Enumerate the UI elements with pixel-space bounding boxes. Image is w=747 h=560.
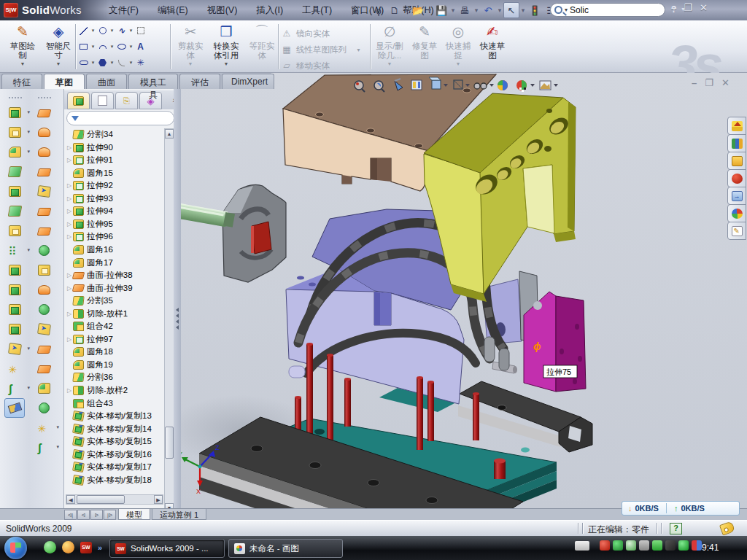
restore-button[interactable]: ❐ (684, 2, 692, 13)
tray-signal-green-icon[interactable] (652, 540, 662, 551)
tray-warning-grid-icon[interactable] (665, 540, 676, 551)
tree-item[interactable]: 实体-移动/复制17 (66, 461, 163, 473)
tool-ycube[interactable]: ▾ (4, 122, 25, 142)
expand-icon[interactable]: ▷ (66, 157, 73, 163)
tree-item[interactable]: 分割34 (66, 128, 163, 141)
taskpane-tab-design-library[interactable] (727, 134, 746, 152)
tool-star[interactable] (4, 359, 25, 378)
taskbar-button-solidworks[interactable]: SW SolidWorks 2009 - ... (109, 539, 225, 558)
close-button[interactable]: ✕ (700, 2, 708, 13)
expand-icon[interactable]: ▷ (66, 336, 73, 343)
taskpane-tab-solidworks-resources[interactable] (727, 117, 746, 135)
tray-shield-plus-icon[interactable] (678, 540, 689, 551)
messenger-icon[interactable] (44, 541, 56, 553)
menu-item[interactable]: 插入(I) (248, 1, 291, 20)
pin-icon[interactable]: ϙ (371, 2, 387, 18)
select-box-tool[interactable] (134, 25, 147, 36)
scrollbar-thumb[interactable] (165, 427, 174, 459)
traffic-light-icon[interactable]: 🚦 (527, 2, 543, 18)
tool-fillet[interactable] (34, 378, 54, 398)
doc-minimize-button[interactable]: – (692, 77, 697, 88)
line-tool[interactable] (77, 25, 90, 36)
ellipse-tool[interactable] (115, 41, 128, 52)
dropdown-icon[interactable]: ▼ (372, 61, 407, 66)
tree-item[interactable]: 分割35 (66, 295, 163, 307)
taskpane-tab-appearances[interactable] (727, 204, 746, 222)
tool-fillet[interactable]: ▾ (4, 142, 25, 162)
expand-icon[interactable]: ▷ (66, 233, 73, 240)
dropdown-icon[interactable]: ▾ (109, 44, 115, 50)
tree-item[interactable]: 圆角16 (66, 244, 163, 256)
expand-icon[interactable]: ▷ (66, 208, 73, 214)
dropdown-icon[interactable]: ▾ (496, 7, 503, 14)
tree-item[interactable]: ▷拉伸92 (66, 179, 163, 192)
dropdown-icon[interactable]: ▼ (356, 47, 361, 52)
doc-restore-button[interactable]: ❐ (705, 77, 713, 88)
nav-last[interactable]: |ᐅ (104, 510, 116, 520)
tray-security-red-icon[interactable] (600, 540, 610, 551)
tool-gcube[interactable] (4, 319, 25, 339)
taskpane-tab-file-explorer[interactable] (727, 152, 746, 170)
tree-item[interactable]: ▷拉伸90 (66, 141, 163, 154)
search-value[interactable]: Solic (570, 5, 589, 15)
tree-item[interactable]: 组合42 (66, 320, 163, 332)
dropdown-icon[interactable]: ▾ (90, 60, 96, 66)
tool-squig[interactable]: ▾ (4, 378, 25, 398)
dropdown-icon[interactable]: ▾ (473, 7, 480, 14)
tool-gsheet[interactable] (4, 162, 25, 182)
expand-icon[interactable]: ▷ (66, 221, 73, 228)
rectangle-tool[interactable] (77, 41, 90, 52)
tool-dots[interactable]: ▾ (4, 241, 25, 260)
tree-item[interactable]: 实体-移动/复制13 (66, 410, 163, 422)
chevron-icon[interactable]: » (98, 543, 102, 552)
tool-gcube[interactable] (4, 300, 25, 319)
tray-volume-icon[interactable] (639, 540, 649, 551)
dropdown-icon[interactable]: ▼ (6, 61, 39, 66)
dropdown-icon[interactable]: ▾ (109, 28, 115, 34)
tree-item[interactable]: ▷曲面-拉伸39 (66, 282, 163, 295)
tree-item[interactable]: 圆角15 (66, 167, 163, 179)
menu-item[interactable]: 编辑(E) (150, 1, 196, 20)
nav-next[interactable]: ᐅ (90, 510, 103, 520)
tree-item[interactable]: ▷拉伸94 (66, 205, 163, 217)
tray-sync-blue-icon[interactable] (692, 540, 702, 551)
taskpane-tab-custom-properties[interactable] (727, 222, 746, 240)
keyboard-icon[interactable] (575, 541, 589, 551)
cmd-mirror-entities[interactable]: ⚠镜向实体 (281, 26, 368, 42)
search-dropdown-icon[interactable]: ▾ (565, 7, 568, 13)
panel-tab-configuration-manager[interactable]: ⎘ (115, 92, 138, 109)
tool-orange[interactable] (34, 221, 54, 241)
tool-orange[interactable] (34, 359, 54, 378)
expand-icon[interactable]: ▷ (66, 182, 73, 189)
cmd-linear-pattern[interactable]: ▦线性草图阵列▼ (281, 42, 368, 58)
tab-草图[interactable]: 草图 (44, 74, 85, 89)
panel-tab-property-manager[interactable] (91, 92, 114, 109)
tree-item[interactable]: ▷拉伸95 (66, 218, 163, 230)
new-document-icon[interactable]: 🗋 (387, 2, 403, 18)
scrollbar-thumb[interactable] (77, 495, 125, 504)
circle-tool[interactable] (96, 25, 109, 36)
cmd-smart-dimension[interactable]: ◈智能尺 寸▼ (42, 23, 74, 71)
tool-orange[interactable] (34, 103, 54, 122)
point-tool[interactable]: ✳ (134, 57, 147, 69)
dropdown-icon[interactable]: ▾ (449, 7, 457, 14)
dropdown-icon[interactable]: ▼ (442, 61, 474, 66)
tool-gcube[interactable] (4, 182, 25, 201)
tree-item[interactable]: ▷曲面-拉伸38 (66, 269, 163, 281)
tree-item[interactable]: ▷切除-放样2 (66, 384, 163, 397)
tool-oarc[interactable] (34, 122, 54, 142)
tool-gcube[interactable] (4, 260, 25, 280)
cmd-trim-entities[interactable]: ✂剪裁实 体▼ (174, 23, 206, 71)
tray-badge-green-icon[interactable] (626, 540, 636, 551)
cmd-offset-entities[interactable]: ⌒等距实 体 (246, 23, 278, 71)
tab-DimXpert[interactable]: DimXpert (222, 74, 274, 89)
tab-特征[interactable]: 特征 (1, 74, 42, 89)
taskpane-tab-search[interactable] (727, 169, 746, 187)
tab-模具工具[interactable]: 模具工具 (128, 74, 178, 89)
tree-item[interactable]: ▷拉伸93 (66, 192, 163, 205)
expand-icon[interactable]: ▷ (66, 144, 73, 151)
open-folder-icon[interactable]: 📂 (410, 2, 426, 18)
tool-oarc[interactable] (34, 142, 54, 162)
dropdown-icon[interactable]: ▾ (128, 44, 134, 50)
tree-item[interactable]: 组合43 (66, 397, 163, 410)
